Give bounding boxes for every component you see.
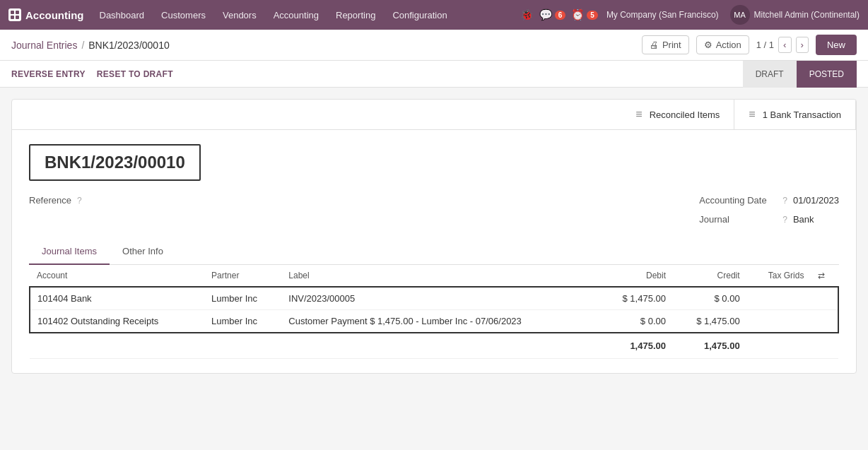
- app-name: Accounting: [25, 9, 84, 21]
- print-button[interactable]: 🖨 Print: [642, 35, 689, 54]
- form-body: BNK1/2023/00010 Reference ? Accounting D…: [12, 130, 856, 373]
- journal-help-icon: ?: [782, 215, 787, 225]
- journal-items-table: Account Partner Label Debit Credit Tax G…: [29, 265, 839, 359]
- journal-items-table-wrapper: Account Partner Label Debit Credit Tax G…: [29, 265, 839, 359]
- reset-to-draft-button[interactable]: RESET TO DRAFT: [97, 66, 173, 82]
- reverse-entry-button[interactable]: REVERSE ENTRY: [11, 66, 86, 82]
- reference-help-icon: ?: [77, 196, 82, 206]
- user-menu[interactable]: MA Mitchell Admin (Continental): [730, 5, 860, 25]
- accounting-date-value[interactable]: 01/01/2023: [793, 195, 839, 206]
- svg-rect-2: [11, 16, 14, 19]
- table-row[interactable]: 101404 BankLumber IncINV/2023/00005$ 1,4…: [30, 287, 838, 310]
- main-content: ≡ Reconciled Items ≡ 1 Bank Transaction …: [0, 88, 868, 385]
- col-account: Account: [30, 265, 204, 287]
- reconciled-items-icon: ≡: [635, 108, 642, 121]
- total-debit: 1,475.00: [599, 333, 673, 359]
- col-tax-grids: Tax Grids: [747, 265, 811, 287]
- chat-icon[interactable]: 💬 6: [539, 8, 566, 21]
- clock-badge: 5: [587, 11, 598, 20]
- nav-reporting[interactable]: Reporting: [329, 4, 382, 26]
- breadcrumb-actions: 🖨 Print ⚙ Action 1 / 1 ‹ › New: [642, 35, 857, 55]
- nav-vendors[interactable]: Vendors: [216, 4, 264, 26]
- left-fields: Reference ?: [29, 195, 82, 225]
- pagination-next[interactable]: ›: [796, 37, 809, 53]
- user-avatar: MA: [730, 5, 750, 25]
- svg-rect-1: [16, 11, 19, 14]
- totals-row: 1,475.00 1,475.00: [30, 333, 838, 359]
- journal-value[interactable]: Bank: [793, 214, 814, 225]
- nav-accounting[interactable]: Accounting: [266, 4, 326, 26]
- top-navigation: Accounting Dashboard Customers Vendors A…: [0, 0, 868, 30]
- document-number: BNK1/2023/00010: [29, 144, 201, 181]
- col-label: Label: [281, 265, 599, 287]
- nav-dashboard[interactable]: Dashboard: [93, 4, 152, 26]
- journal-field: Journal ? Bank: [699, 214, 839, 225]
- bank-transaction-icon: ≡: [749, 108, 755, 121]
- tab-other-info[interactable]: Other Info: [110, 239, 176, 265]
- bank-transaction-button[interactable]: ≡ 1 Bank Transaction: [734, 100, 856, 129]
- accounting-date-help-icon: ?: [782, 196, 787, 206]
- form-fields: Reference ? Accounting Date ? 01/01/2023…: [29, 195, 839, 225]
- action-bar-left: REVERSE ENTRY RESET TO DRAFT: [11, 66, 173, 82]
- app-logo: [8, 8, 21, 21]
- form-card: ≡ Reconciled Items ≡ 1 Bank Transaction …: [11, 99, 857, 374]
- status-posted[interactable]: POSTED: [797, 61, 857, 88]
- svg-rect-3: [16, 16, 19, 19]
- breadcrumb-current: BNK1/2023/00010: [88, 40, 169, 51]
- pagination-text: 1 / 1: [756, 40, 774, 50]
- gear-icon: ⚙: [704, 40, 712, 50]
- breadcrumb: Journal Entries / BNK1/2023/00010: [11, 40, 170, 51]
- status-draft[interactable]: DRAFT: [743, 61, 797, 88]
- accounting-date-label: Accounting Date: [699, 195, 777, 206]
- nav-customers[interactable]: Customers: [154, 4, 213, 26]
- reference-field: Reference ?: [29, 195, 82, 206]
- bug-icon[interactable]: 🐞: [520, 8, 534, 21]
- action-bar: REVERSE ENTRY RESET TO DRAFT DRAFT POSTE…: [0, 61, 868, 88]
- svg-rect-0: [11, 11, 14, 14]
- user-name: Mitchell Admin (Continental): [754, 10, 860, 20]
- right-fields: Accounting Date ? 01/01/2023 Journal ? B…: [699, 195, 839, 225]
- total-credit: 1,475.00: [673, 333, 747, 359]
- app-brand[interactable]: Accounting: [8, 8, 84, 21]
- reference-label: Reference: [29, 195, 71, 206]
- summary-strip: ≡ Reconciled Items ≡ 1 Bank Transaction: [12, 100, 856, 130]
- chat-badge: 6: [555, 11, 566, 20]
- journal-label: Journal: [699, 214, 777, 225]
- print-icon: 🖨: [650, 40, 659, 50]
- company-name[interactable]: My Company (San Francisco): [606, 10, 719, 20]
- pagination: 1 / 1 ‹ ›: [756, 37, 809, 53]
- col-credit: Credit: [673, 265, 747, 287]
- new-button[interactable]: New: [816, 35, 857, 55]
- col-partner: Partner: [204, 265, 281, 287]
- reconciled-items-button[interactable]: ≡ Reconciled Items: [621, 100, 734, 129]
- col-debit: Debit: [599, 265, 673, 287]
- breadcrumb-separator: /: [81, 40, 84, 51]
- action-button[interactable]: ⚙ Action: [696, 35, 749, 54]
- accounting-date-field: Accounting Date ? 01/01/2023: [699, 195, 839, 206]
- bank-transaction-label: 1 Bank Transaction: [763, 109, 841, 120]
- nav-configuration[interactable]: Configuration: [385, 4, 454, 26]
- breadcrumb-bar: Journal Entries / BNK1/2023/00010 🖨 Prin…: [0, 30, 868, 61]
- topnav-icons: 🐞 💬 6 ⏰ 5: [520, 8, 598, 21]
- clock-icon[interactable]: ⏰ 5: [571, 8, 598, 21]
- breadcrumb-parent[interactable]: Journal Entries: [11, 40, 77, 51]
- table-row[interactable]: 101402 Outstanding ReceiptsLumber IncCus…: [30, 310, 838, 333]
- tabs: Journal Items Other Info: [29, 239, 839, 265]
- col-settings[interactable]: ⇄: [811, 265, 838, 287]
- pagination-prev[interactable]: ‹: [778, 37, 791, 53]
- tab-journal-items[interactable]: Journal Items: [29, 239, 110, 265]
- reconciled-items-label: Reconciled Items: [650, 109, 720, 120]
- status-tabs: DRAFT POSTED: [743, 61, 857, 88]
